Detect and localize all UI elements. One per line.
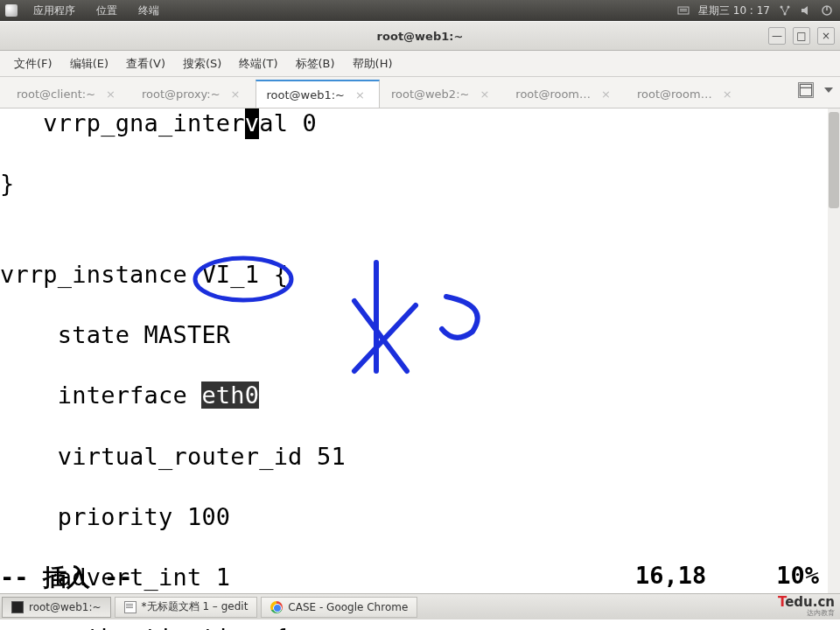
activities-icon[interactable] bbox=[5, 4, 18, 17]
clock[interactable]: 星期三 10 : 17 bbox=[698, 4, 770, 18]
new-tab-icon[interactable] bbox=[798, 82, 814, 98]
vim-cursor-pos: 16,18 bbox=[635, 562, 776, 593]
system-tray: 星期三 10 : 17 bbox=[677, 4, 840, 18]
vim-scroll-percent: 10% bbox=[776, 562, 828, 593]
tab-label: root@web2:~ bbox=[391, 88, 470, 101]
menu-file[interactable]: 文件(F) bbox=[5, 52, 61, 75]
close-icon[interactable]: × bbox=[106, 88, 116, 101]
scrollbar-thumb[interactable] bbox=[829, 112, 839, 208]
terminal-area[interactable]: vrrp_gna_interval 0 } vrrp_instance VI_1… bbox=[0, 108, 840, 593]
menu-bar: 文件(F) 编辑(E) 查看(V) 搜索(S) 终端(T) 标签(B) 帮助(H… bbox=[0, 51, 840, 77]
places-menu[interactable]: 位置 bbox=[86, 4, 128, 18]
keyboard-icon[interactable] bbox=[677, 4, 690, 17]
tab-label: root@room… bbox=[515, 88, 591, 101]
gedit-icon bbox=[124, 601, 136, 613]
terminal-content[interactable]: vrrp_gna_interval 0 } vrrp_instance VI_1… bbox=[0, 108, 828, 593]
tab-room1[interactable]: root@room…× bbox=[504, 80, 626, 108]
menu-edit[interactable]: 编辑(E) bbox=[61, 52, 117, 75]
terminal-icon bbox=[11, 601, 24, 613]
close-icon[interactable]: × bbox=[231, 88, 241, 101]
task-chrome[interactable]: CASE - Google Chrome bbox=[261, 597, 417, 618]
window-title: root@web1:~ bbox=[377, 30, 464, 43]
maximize-button[interactable]: □ bbox=[793, 27, 810, 45]
terminal-menu[interactable]: 终端 bbox=[128, 4, 170, 18]
task-label: CASE - Google Chrome bbox=[288, 601, 408, 613]
window-title-bar[interactable]: root@web1:~ — □ × bbox=[0, 21, 840, 51]
tab-room2[interactable]: root@room…× bbox=[626, 80, 747, 108]
watermark: Tedu.cn 达内教育 bbox=[778, 594, 835, 618]
close-icon[interactable]: × bbox=[723, 88, 732, 101]
network-icon[interactable] bbox=[779, 4, 791, 17]
task-terminal[interactable]: root@web1:~ bbox=[2, 597, 111, 618]
chrome-icon bbox=[270, 601, 283, 613]
tab-bar: root@client:~× root@proxy:~× root@web1:~… bbox=[0, 77, 840, 108]
svg-rect-2 bbox=[680, 10, 687, 11]
task-gedit[interactable]: *无标题文档 1 – gedit bbox=[115, 597, 258, 618]
vim-status-bar: -- 插入 -- 16,18 10% bbox=[0, 562, 828, 593]
tab-label: root@proxy:~ bbox=[142, 88, 220, 101]
vim-mode: -- 插入 -- bbox=[0, 562, 133, 593]
menu-help[interactable]: 帮助(H) bbox=[344, 52, 402, 75]
close-icon[interactable]: × bbox=[480, 88, 489, 101]
system-top-panel: 应用程序 位置 终端 星期三 10 : 17 bbox=[0, 0, 840, 21]
tab-client[interactable]: root@client:~× bbox=[5, 80, 130, 108]
tab-label: root@client:~ bbox=[17, 88, 95, 101]
tab-web1[interactable]: root@web1:~× bbox=[256, 80, 380, 108]
menu-view[interactable]: 查看(V) bbox=[117, 52, 174, 75]
taskbar: root@web1:~ *无标题文档 1 – gedit CASE - Goog… bbox=[0, 593, 840, 620]
tab-menu-dropdown-icon[interactable] bbox=[824, 88, 833, 93]
close-button[interactable]: × bbox=[817, 27, 835, 45]
minimize-button[interactable]: — bbox=[768, 27, 786, 45]
close-icon[interactable]: × bbox=[601, 88, 611, 101]
tab-proxy[interactable]: root@proxy:~× bbox=[130, 80, 256, 108]
scrollbar[interactable] bbox=[828, 108, 840, 593]
tab-label: root@room… bbox=[637, 88, 712, 101]
task-label: *无标题文档 1 – gedit bbox=[142, 599, 248, 614]
tab-web2[interactable]: root@web2:~× bbox=[380, 80, 504, 108]
menu-terminal[interactable]: 终端(T) bbox=[230, 52, 286, 75]
system-menu-left: 应用程序 位置 终端 bbox=[0, 4, 170, 18]
volume-icon[interactable] bbox=[800, 4, 812, 17]
menu-search[interactable]: 搜索(S) bbox=[174, 52, 230, 75]
task-label: root@web1:~ bbox=[29, 601, 102, 613]
close-icon[interactable]: × bbox=[355, 88, 365, 102]
tab-label: root@web1:~ bbox=[267, 88, 346, 102]
menu-tabs[interactable]: 标签(B) bbox=[287, 52, 344, 75]
svg-rect-1 bbox=[680, 9, 687, 10]
svg-rect-8 bbox=[800, 84, 811, 95]
apps-menu[interactable]: 应用程序 bbox=[23, 4, 86, 18]
power-icon[interactable] bbox=[821, 4, 833, 17]
